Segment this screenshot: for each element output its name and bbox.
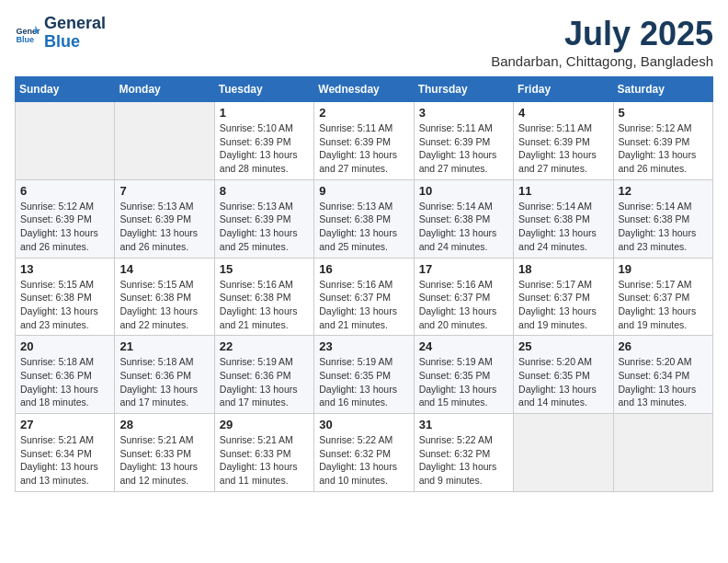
calendar-cell: 26Sunrise: 5:20 AM Sunset: 6:34 PM Dayli… [613,336,712,414]
logo: General Blue General Blue [15,15,106,52]
weekday-header: Tuesday [214,77,313,102]
weekday-header: Wednesday [314,77,414,102]
calendar-cell: 21Sunrise: 5:18 AM Sunset: 6:36 PM Dayli… [115,336,214,414]
calendar-cell: 2Sunrise: 5:11 AM Sunset: 6:39 PM Daylig… [314,102,414,180]
day-number: 25 [518,339,608,353]
calendar-cell: 14Sunrise: 5:15 AM Sunset: 6:38 PM Dayli… [115,258,214,336]
calendar-cell: 18Sunrise: 5:17 AM Sunset: 6:37 PM Dayli… [514,258,613,336]
day-info: Sunrise: 5:19 AM Sunset: 6:35 PM Dayligh… [419,355,508,409]
calendar-cell: 10Sunrise: 5:14 AM Sunset: 6:38 PM Dayli… [414,179,513,258]
day-info: Sunrise: 5:14 AM Sunset: 6:38 PM Dayligh… [518,200,608,254]
day-number: 26 [619,339,708,353]
calendar-cell: 25Sunrise: 5:20 AM Sunset: 6:35 PM Dayli… [514,336,613,414]
calendar-cell: 6Sunrise: 5:12 AM Sunset: 6:39 PM Daylig… [16,179,115,258]
calendar-cell [115,102,214,180]
day-info: Sunrise: 5:17 AM Sunset: 6:37 PM Dayligh… [619,278,708,332]
day-number: 10 [419,184,508,198]
day-number: 4 [518,106,608,120]
calendar-cell: 3Sunrise: 5:11 AM Sunset: 6:39 PM Daylig… [414,102,513,180]
calendar-cell: 12Sunrise: 5:14 AM Sunset: 6:38 PM Dayli… [613,179,712,258]
day-info: Sunrise: 5:12 AM Sunset: 6:39 PM Dayligh… [619,121,708,176]
day-number: 9 [319,184,408,198]
calendar-cell: 30Sunrise: 5:22 AM Sunset: 6:32 PM Dayli… [314,414,414,492]
calendar-cell: 13Sunrise: 5:15 AM Sunset: 6:38 PM Dayli… [16,258,115,336]
calendar-cell: 16Sunrise: 5:16 AM Sunset: 6:37 PM Dayli… [314,258,414,336]
calendar-subtitle: Bandarban, Chittagong, Bangladesh [491,53,713,69]
title-block: July 2025 Bandarban, Chittagong, Banglad… [491,15,713,69]
day-info: Sunrise: 5:17 AM Sunset: 6:37 PM Dayligh… [518,278,608,332]
calendar-week-row: 20Sunrise: 5:18 AM Sunset: 6:36 PM Dayli… [16,336,713,414]
calendar-cell: 22Sunrise: 5:19 AM Sunset: 6:36 PM Dayli… [214,336,313,414]
day-info: Sunrise: 5:12 AM Sunset: 6:39 PM Dayligh… [20,200,109,254]
day-info: Sunrise: 5:19 AM Sunset: 6:35 PM Dayligh… [319,355,408,409]
calendar-cell: 19Sunrise: 5:17 AM Sunset: 6:37 PM Dayli… [613,258,712,336]
weekday-header: Monday [115,77,214,102]
day-info: Sunrise: 5:18 AM Sunset: 6:36 PM Dayligh… [119,355,209,409]
calendar-cell: 31Sunrise: 5:22 AM Sunset: 6:32 PM Dayli… [414,414,513,492]
calendar-cell: 29Sunrise: 5:21 AM Sunset: 6:33 PM Dayli… [214,414,313,492]
day-number: 15 [220,262,309,276]
logo-icon: General Blue [15,20,40,46]
day-info: Sunrise: 5:21 AM Sunset: 6:33 PM Dayligh… [220,433,309,488]
day-info: Sunrise: 5:10 AM Sunset: 6:39 PM Dayligh… [220,121,309,176]
day-info: Sunrise: 5:13 AM Sunset: 6:38 PM Dayligh… [319,200,408,254]
calendar-cell: 4Sunrise: 5:11 AM Sunset: 6:39 PM Daylig… [514,102,613,180]
day-info: Sunrise: 5:21 AM Sunset: 6:34 PM Dayligh… [20,433,109,488]
day-info: Sunrise: 5:22 AM Sunset: 6:32 PM Dayligh… [419,433,508,488]
day-info: Sunrise: 5:11 AM Sunset: 6:39 PM Dayligh… [319,121,408,176]
calendar-cell: 9Sunrise: 5:13 AM Sunset: 6:38 PM Daylig… [314,179,414,258]
weekday-header: Thursday [414,77,513,102]
day-number: 23 [319,339,408,353]
calendar-cell: 8Sunrise: 5:13 AM Sunset: 6:39 PM Daylig… [214,179,313,258]
day-info: Sunrise: 5:21 AM Sunset: 6:33 PM Dayligh… [119,433,209,488]
day-info: Sunrise: 5:16 AM Sunset: 6:37 PM Dayligh… [319,278,408,332]
page-header: General Blue General Blue July 2025 Band… [15,15,713,69]
svg-text:Blue: Blue [16,35,34,44]
calendar-cell: 1Sunrise: 5:10 AM Sunset: 6:39 PM Daylig… [214,102,313,180]
calendar-cell: 28Sunrise: 5:21 AM Sunset: 6:33 PM Dayli… [115,414,214,492]
day-number: 3 [419,106,508,120]
calendar-cell: 11Sunrise: 5:14 AM Sunset: 6:38 PM Dayli… [514,179,613,258]
calendar-header: SundayMondayTuesdayWednesdayThursdayFrid… [16,77,713,102]
day-number: 31 [419,418,508,431]
day-number: 17 [419,262,508,276]
day-info: Sunrise: 5:18 AM Sunset: 6:36 PM Dayligh… [20,355,109,409]
day-number: 7 [119,184,209,198]
day-info: Sunrise: 5:13 AM Sunset: 6:39 PM Dayligh… [119,200,209,254]
day-number: 11 [518,184,608,198]
day-info: Sunrise: 5:20 AM Sunset: 6:35 PM Dayligh… [518,355,608,409]
day-info: Sunrise: 5:20 AM Sunset: 6:34 PM Dayligh… [619,355,708,409]
calendar-cell [514,414,613,492]
day-info: Sunrise: 5:19 AM Sunset: 6:36 PM Dayligh… [220,355,309,409]
calendar-cell: 7Sunrise: 5:13 AM Sunset: 6:39 PM Daylig… [115,179,214,258]
day-number: 14 [119,262,209,276]
day-number: 5 [619,106,708,120]
day-number: 30 [319,418,408,431]
day-number: 13 [20,262,109,276]
day-number: 20 [20,339,109,353]
day-number: 18 [518,262,608,276]
day-number: 12 [619,184,708,198]
logo-text-line1: General [44,15,106,33]
day-info: Sunrise: 5:16 AM Sunset: 6:37 PM Dayligh… [419,278,508,332]
calendar-week-row: 27Sunrise: 5:21 AM Sunset: 6:34 PM Dayli… [16,414,713,492]
calendar-cell: 27Sunrise: 5:21 AM Sunset: 6:34 PM Dayli… [16,414,115,492]
calendar-cell [16,102,115,180]
calendar-body: 1Sunrise: 5:10 AM Sunset: 6:39 PM Daylig… [16,102,713,492]
calendar-table: SundayMondayTuesdayWednesdayThursdayFrid… [15,76,713,492]
day-number: 1 [220,106,309,120]
logo-text-line2: Blue [44,33,106,52]
calendar-cell: 15Sunrise: 5:16 AM Sunset: 6:38 PM Dayli… [214,258,313,336]
calendar-week-row: 13Sunrise: 5:15 AM Sunset: 6:38 PM Dayli… [16,258,713,336]
day-info: Sunrise: 5:15 AM Sunset: 6:38 PM Dayligh… [119,278,209,332]
calendar-cell [613,414,712,492]
calendar-cell: 20Sunrise: 5:18 AM Sunset: 6:36 PM Dayli… [16,336,115,414]
day-info: Sunrise: 5:16 AM Sunset: 6:38 PM Dayligh… [220,278,309,332]
header-row: SundayMondayTuesdayWednesdayThursdayFrid… [16,77,713,102]
calendar-cell: 23Sunrise: 5:19 AM Sunset: 6:35 PM Dayli… [314,336,414,414]
day-number: 21 [119,339,209,353]
day-info: Sunrise: 5:14 AM Sunset: 6:38 PM Dayligh… [619,200,708,254]
day-number: 2 [319,106,408,120]
calendar-week-row: 1Sunrise: 5:10 AM Sunset: 6:39 PM Daylig… [16,102,713,180]
day-number: 8 [220,184,309,198]
